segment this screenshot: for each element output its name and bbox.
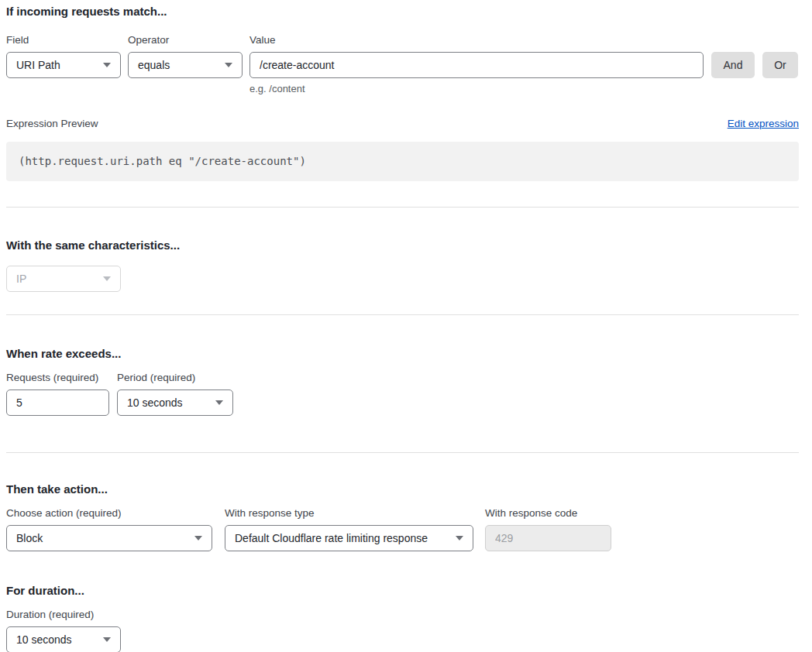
- period-select-value: 10 seconds: [127, 396, 183, 409]
- duration-select[interactable]: 10 seconds: [6, 626, 121, 652]
- expression-preview-label: Expression Preview: [6, 117, 98, 130]
- duration-label: Duration (required): [6, 608, 121, 621]
- duration-select-value: 10 seconds: [16, 633, 72, 646]
- rate-controls-row: Requests (required) Period (required) 10…: [6, 371, 799, 416]
- section-divider: [6, 314, 799, 315]
- logic-buttons: And Or: [711, 33, 798, 78]
- rate-limiting-rule-form: If incoming requests match... Field URI …: [0, 0, 812, 652]
- response-type-select-value: Default Cloudflare rate limiting respons…: [235, 532, 428, 544]
- match-section-heading: If incoming requests match...: [6, 4, 799, 19]
- response-code-label: With response code: [485, 506, 611, 520]
- section-divider: [6, 207, 799, 208]
- response-type-label: With response type: [225, 506, 473, 520]
- chevron-down-icon: [215, 400, 223, 405]
- choose-action-select-value: Block: [16, 532, 43, 544]
- match-controls-row: Field URI Path Operator equals Value e.g…: [6, 33, 799, 95]
- value-label: Value: [249, 33, 704, 46]
- response-type-select[interactable]: Default Cloudflare rate limiting respons…: [225, 525, 473, 551]
- edit-expression-link[interactable]: Edit expression: [728, 118, 799, 129]
- field-label: Field: [6, 33, 121, 46]
- or-button[interactable]: Or: [762, 52, 798, 78]
- requests-label: Requests (required): [6, 371, 109, 384]
- period-select[interactable]: 10 seconds: [117, 389, 233, 416]
- period-label: Period (required): [117, 371, 233, 384]
- action-section-heading: Then take action...: [6, 482, 799, 496]
- chevron-down-icon: [103, 276, 111, 281]
- choose-action-select[interactable]: Block: [6, 525, 212, 551]
- duration-controls-row: Duration (required) 10 seconds: [6, 608, 799, 652]
- section-divider: [6, 452, 799, 453]
- characteristics-section-heading: With the same characteristics...: [6, 238, 799, 252]
- chevron-down-icon: [225, 63, 232, 67]
- value-input[interactable]: [249, 52, 704, 78]
- characteristic-select-value: IP: [16, 273, 26, 285]
- and-button[interactable]: And: [711, 52, 755, 78]
- response-code-input: [485, 525, 611, 551]
- field-select[interactable]: URI Path: [6, 52, 121, 78]
- chevron-down-icon: [194, 536, 202, 540]
- operator-select-value: equals: [138, 59, 170, 71]
- chevron-down-icon: [103, 63, 111, 67]
- requests-input[interactable]: [6, 389, 109, 416]
- action-controls-row: Choose action (required) Block With resp…: [6, 506, 799, 551]
- value-helper-text: e.g. /content: [249, 83, 704, 95]
- operator-select[interactable]: equals: [128, 52, 243, 78]
- rate-section-heading: When rate exceeds...: [6, 346, 799, 361]
- field-select-value: URI Path: [16, 59, 60, 71]
- duration-section-heading: For duration...: [6, 583, 799, 598]
- chevron-down-icon: [456, 536, 463, 540]
- chevron-down-icon: [103, 637, 111, 642]
- expression-preview-code: (http.request.uri.path eq "/create-accou…: [6, 142, 799, 181]
- operator-label: Operator: [128, 33, 243, 46]
- expression-preview-header: Expression Preview Edit expression: [6, 117, 799, 130]
- characteristic-select: IP: [6, 266, 121, 292]
- choose-action-label: Choose action (required): [6, 506, 212, 520]
